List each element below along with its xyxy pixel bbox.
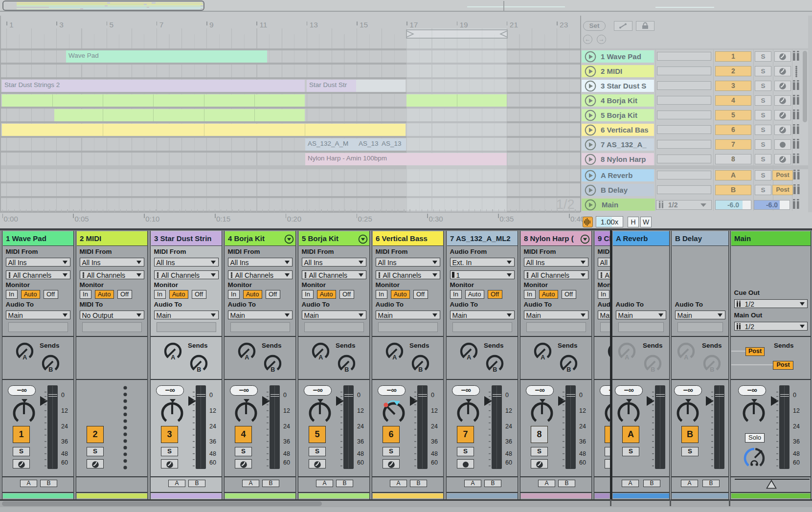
svg-text:B: B xyxy=(48,366,53,373)
svg-text:A: A xyxy=(392,354,397,361)
svg-text:B: B xyxy=(651,366,655,373)
svg-text:B: B xyxy=(493,366,497,373)
svg-text:A: A xyxy=(467,354,471,361)
svg-text:B: B xyxy=(418,366,423,373)
svg-text:A: A xyxy=(245,354,249,361)
svg-text:B: B xyxy=(710,366,714,373)
svg-text:A: A xyxy=(318,354,323,361)
svg-text:B: B xyxy=(271,366,275,373)
svg-text:A: A xyxy=(541,354,545,361)
svg-text:B: B xyxy=(344,366,349,373)
svg-text:A: A xyxy=(171,354,175,361)
svg-text:B: B xyxy=(197,366,201,373)
svg-text:B: B xyxy=(566,366,571,373)
svg-text:A: A xyxy=(23,354,27,361)
svg-text:A: A xyxy=(684,354,688,361)
svg-text:A: A xyxy=(625,354,629,361)
